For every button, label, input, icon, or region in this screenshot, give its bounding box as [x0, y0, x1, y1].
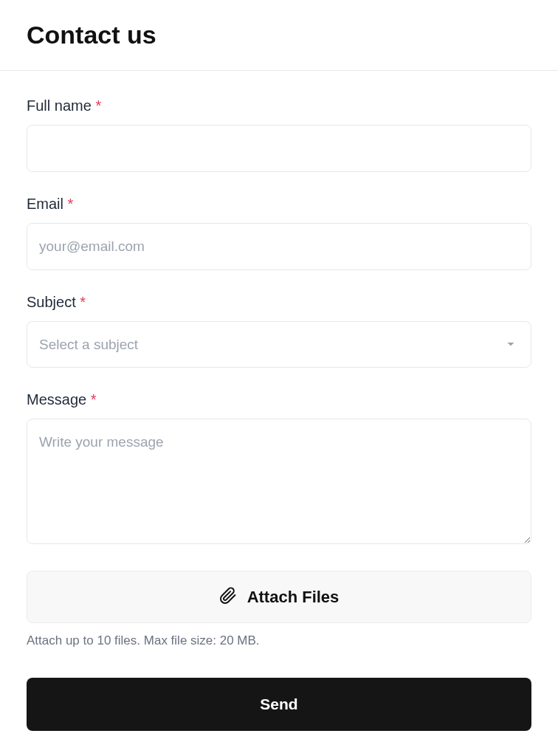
divider: [0, 70, 558, 71]
subject-select[interactable]: Select a subject: [27, 321, 531, 368]
attach-hint: Attach up to 10 files. Max file size: 20…: [27, 633, 531, 648]
full-name-group: Full name *: [27, 97, 531, 172]
attach-files-button[interactable]: Attach Files: [27, 571, 531, 623]
full-name-label-text: Full name: [27, 97, 92, 114]
email-group: Email *: [27, 196, 531, 270]
full-name-input[interactable]: [27, 125, 531, 172]
message-label: Message *: [27, 391, 531, 408]
required-asterisk: *: [80, 294, 86, 310]
subject-label: Subject *: [27, 294, 531, 311]
attach-files-label: Attach Files: [247, 588, 340, 607]
required-asterisk: *: [95, 97, 101, 114]
email-label: Email *: [27, 196, 531, 213]
required-asterisk: *: [68, 196, 74, 212]
subject-label-text: Subject: [27, 294, 76, 310]
full-name-label: Full name *: [27, 97, 531, 114]
required-asterisk: *: [91, 391, 97, 408]
page-title: Contact us: [27, 21, 531, 49]
paperclip-icon: [219, 586, 237, 608]
email-label-text: Email: [27, 196, 63, 212]
email-input[interactable]: [27, 223, 531, 270]
message-group: Message *: [27, 391, 531, 547]
subject-group: Subject * Select a subject: [27, 294, 531, 368]
send-button[interactable]: Send: [27, 678, 531, 731]
attach-group: Attach Files Attach up to 10 files. Max …: [27, 571, 531, 648]
message-label-text: Message: [27, 391, 86, 408]
message-textarea[interactable]: [27, 419, 531, 544]
